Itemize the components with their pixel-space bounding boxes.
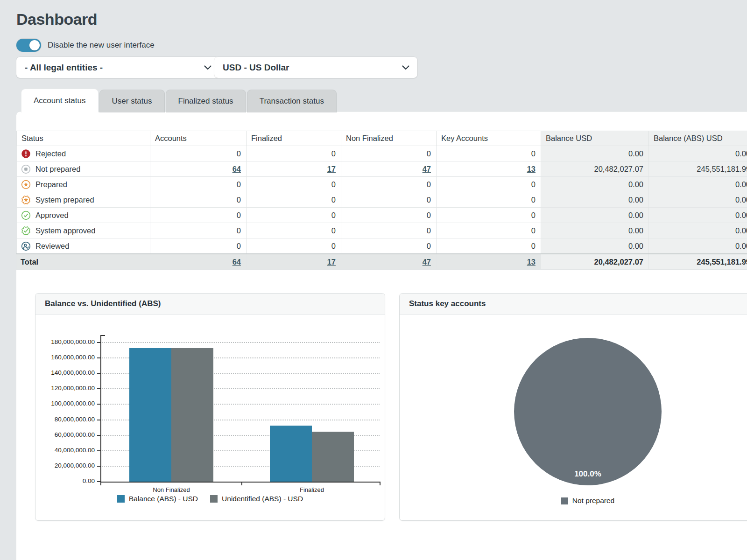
bar-balance-abs-usd-non-finalized [129, 348, 171, 482]
column-header-non-finalized: Non Finalized [341, 131, 437, 146]
table-row-rejected: Rejected00000.000.00 [17, 146, 747, 161]
cell-accounts: 0 [150, 208, 247, 223]
new-ui-toggle[interactable] [16, 39, 41, 52]
link-accounts-total[interactable]: 64 [233, 258, 241, 266]
cell-status: Rejected [17, 146, 150, 161]
cell-balance: 20,482,027.07 [541, 254, 649, 270]
cell-status: Approved [17, 208, 150, 223]
content-panel: StatusAccountsFinalizedNon FinalizedKey … [16, 111, 747, 560]
status-tabs: Account statusUser statusFinalized statu… [21, 89, 338, 112]
column-header-status: Status [17, 131, 150, 146]
cell-finalized: 17 [247, 161, 341, 177]
x-axis-category-label: Finalized [261, 486, 363, 493]
link-key_accounts[interactable]: 13 [527, 165, 536, 173]
table-header-row: StatusAccountsFinalizedNon FinalizedKey … [17, 131, 747, 146]
cell-balance_abs: 0.00 [649, 146, 747, 161]
total-label: Total [17, 254, 150, 270]
table-row-reviewed: Reviewed00000.000.00 [17, 238, 747, 254]
cell-finalized: 0 [247, 146, 341, 161]
bar-chart-legend: Balance (ABS) - USDUnidentified (ABS) - … [35, 495, 385, 503]
y-axis-tick [97, 342, 100, 343]
prepared-icon [21, 179, 31, 190]
y-axis-tick-label: 80,000,000.00 [36, 416, 95, 423]
cell-status: Prepared [17, 177, 150, 192]
link-finalized[interactable]: 17 [327, 165, 336, 173]
cell-accounts: 0 [150, 223, 247, 238]
cell-balance_abs: 0.00 [649, 238, 747, 254]
column-header-key-accounts: Key Accounts [437, 131, 541, 146]
y-axis-tick-label: 100,000,000.00 [36, 400, 95, 407]
pie-slice-label: 100.0% [555, 469, 620, 479]
status-label: Not prepared [35, 165, 80, 174]
status-label: Rejected [35, 149, 66, 158]
cell-balance: 0.00 [541, 208, 649, 223]
legend-item-unidentified-abs-usd: Unidentified (ABS) - USD [210, 495, 303, 503]
link-accounts[interactable]: 64 [233, 165, 241, 173]
legal-entity-value: - All legal entities - [25, 63, 103, 73]
not-prepared-icon [21, 164, 31, 175]
y-axis-tick-label: 120,000,000.00 [36, 385, 95, 392]
reviewed-icon [21, 241, 31, 252]
link-key_accounts-total[interactable]: 13 [527, 258, 536, 266]
table-row-system-approved: System approved00000.000.00 [17, 223, 747, 238]
tab-account-status[interactable]: Account status [21, 89, 99, 112]
new-ui-toggle-row: Disable the new user interface [16, 39, 155, 52]
table-total-row: Total6417471320,482,027.07245,551,181.99… [17, 254, 747, 270]
y-axis-tick-label: 60,000,000.00 [36, 431, 95, 438]
cell-non_finalized: 47 [341, 161, 437, 177]
y-axis-tick-label: 20,000,000.00 [36, 462, 95, 469]
chevron-down-icon [204, 65, 211, 70]
legend-label: Balance (ABS) - USD [129, 495, 198, 503]
cell-finalized: 0 [247, 238, 341, 254]
page-title: Dashboard [16, 10, 97, 28]
balance-chart-card: Balance vs. Unidentified (ABS) 0.0020,00… [35, 293, 385, 521]
link-non_finalized-total[interactable]: 47 [423, 258, 431, 266]
x-axis-tick [241, 482, 242, 485]
cell-non_finalized: 0 [341, 208, 437, 223]
legend-label: Not prepared [572, 497, 614, 505]
rejected-icon [21, 148, 31, 159]
legend-swatch [117, 495, 125, 503]
currency-value: USD - US Dollar [223, 63, 289, 73]
legend-swatch [210, 495, 218, 503]
cell-balance_abs: 0.00 [649, 208, 747, 223]
status-label: Prepared [35, 180, 67, 189]
cell-status: Reviewed [17, 238, 150, 254]
x-axis-tick [380, 482, 381, 485]
y-axis-tick [97, 466, 100, 467]
cell-non_finalized: 0 [341, 238, 437, 254]
link-finalized-total[interactable]: 17 [327, 258, 336, 266]
y-axis-tick [97, 357, 100, 358]
tab-transaction-status[interactable]: Transaction status [247, 90, 337, 112]
table-row-system-prepared: System prepared00000.000.00 [17, 192, 747, 208]
y-axis-tick [97, 388, 100, 389]
column-header-balance-abs-usd: Balance (ABS) USD [649, 131, 747, 146]
link-non_finalized[interactable]: 47 [423, 165, 431, 173]
currency-select[interactable]: USD - US Dollar [214, 57, 417, 78]
tab-user-status[interactable]: User status [99, 90, 165, 112]
legal-entity-select[interactable]: - All legal entities - [16, 57, 219, 78]
y-axis-tick [97, 450, 100, 451]
cell-balance: 0.00 [541, 238, 649, 254]
cell-balance: 0.00 [541, 192, 649, 208]
account-status-table: StatusAccountsFinalizedNon FinalizedKey … [16, 131, 747, 270]
gridline [102, 342, 380, 343]
y-axis-tick [97, 373, 100, 374]
pie-legend: Not prepared [410, 497, 747, 505]
key-accounts-pie-chart: 100.0% Not prepared [400, 315, 747, 520]
cell-finalized: 0 [247, 223, 341, 238]
x-axis-category-label: Non Finalized [120, 486, 223, 493]
legend-item-not-prepared: Not prepared [561, 497, 614, 505]
approved-icon [21, 210, 31, 221]
cell-balance_abs: 245,551,181.99 [649, 161, 747, 177]
cell-non_finalized: 47 [341, 254, 437, 270]
cell-accounts: 64 [150, 161, 247, 177]
cell-key_accounts: 13 [437, 254, 541, 270]
y-axis-line [100, 335, 101, 482]
y-axis-cap [100, 335, 105, 336]
system-approved-icon [21, 225, 31, 236]
status-label: Approved [35, 211, 69, 220]
cell-key_accounts: 13 [437, 161, 541, 177]
legend-swatch [561, 497, 568, 504]
tab-finalized-status[interactable]: Finalized status [166, 90, 246, 112]
